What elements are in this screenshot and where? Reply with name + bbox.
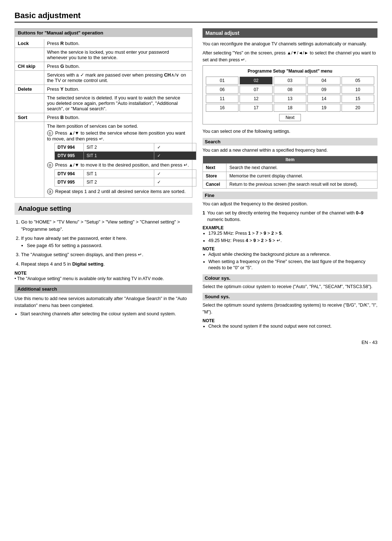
sound-sys-note: NOTE Check the sound system if the sound… — [203, 318, 377, 330]
cell-09: 09 — [307, 86, 340, 94]
lock-note-label — [15, 48, 44, 62]
search-store-label: Store — [203, 172, 226, 180]
programme-setup-title: Programme Setup "Manual adjust" menu — [206, 69, 374, 74]
delete-note: The selected service is deleted. If you … — [44, 94, 192, 113]
sort-note: The item position of services can be sor… — [44, 122, 192, 198]
cell-13: 13 — [274, 95, 306, 103]
colour-sys-body: Select the optimum colour system to rece… — [203, 283, 377, 290]
chskip-note: Services with a ✓ mark are passed over w… — [44, 71, 192, 85]
cell-03: 03 — [274, 77, 306, 85]
analogue-steps: Go to "HOME" > "TV Menu" > "Setup" > "Vi… — [15, 218, 192, 267]
search-next-label: Next — [203, 163, 226, 172]
sound-sys-note-bullets: Check the sound system if the sound outp… — [203, 323, 377, 330]
cell-20: 20 — [342, 104, 374, 112]
example-title: EXAMPLE — [203, 225, 377, 230]
page-title: Basic adjustment — [15, 11, 377, 22]
manual-adjust-intro: You can reconfigure the analogue TV chan… — [203, 41, 377, 48]
fine-note-bullet-1: Adjust while checking the background pic… — [208, 251, 377, 258]
additional-search-body: Use this menu to add new services automa… — [15, 295, 192, 309]
step-1: Go to "HOME" > "TV Menu" > "Setup" > "Vi… — [21, 218, 192, 233]
cell-16: 16 — [206, 104, 238, 112]
fine-example: EXAMPLE 179.25 MHz: Press 1 > 7 > 9 > 2 … — [203, 225, 377, 244]
search-store-value: Memorise the current display channel. — [226, 172, 377, 180]
search-next-value: Search the next channel. — [226, 163, 377, 172]
left-column: Buttons for "Manual adjust" operation Lo… — [15, 28, 192, 332]
cell-11: 11 — [206, 95, 238, 103]
cell-05: 05 — [342, 77, 374, 85]
chskip-label: CH skip — [15, 62, 44, 71]
fine-note: NOTE Adjust while checking the backgroun… — [203, 246, 377, 271]
sound-sys-header: Sound sys. — [203, 293, 377, 300]
additional-search-bullet-1: Start searching channels after selecting… — [20, 311, 192, 317]
lock-note: When the service is locked, you must ent… — [44, 48, 192, 62]
programme-next-button[interactable]: Next — [279, 114, 301, 121]
sound-sys-body: Select the optimum sound systems (broadc… — [203, 302, 377, 316]
buttons-manual-adjust-section: Buttons for "Manual adjust" operation Lo… — [15, 28, 192, 198]
analogue-note-body: • The "Analogue setting" menu is availab… — [15, 276, 192, 282]
analogue-note: NOTE • The "Analogue setting" menu is av… — [15, 270, 192, 282]
additional-search-bullets: Start searching channels after selecting… — [15, 311, 192, 317]
search-intro: You can add a new channel within a speci… — [203, 147, 377, 154]
buttons-section-header: Buttons for "Manual adjust" operation — [15, 29, 192, 37]
delete-label: Delete — [15, 85, 44, 94]
cell-08: 08 — [274, 86, 306, 94]
sort-table-2: DTV 994SIT 1✓ DTV 995SIT 2✓ — [54, 169, 197, 187]
cell-01: 01 — [206, 77, 238, 85]
step-4: Repeat steps 4 and 5 in Digital setting. — [21, 261, 192, 268]
sort-value: Press B button. — [44, 113, 192, 122]
example-bullet-2: 49.25 MHz: Press 4 > 9 > 2 > 5 > ↵. — [208, 238, 377, 244]
manual-adjust-instruction: After selecting "Yes" on the screen, pre… — [203, 50, 377, 63]
cell-04: 04 — [307, 77, 340, 85]
step-3: The "Analogue setting" screen displays, … — [21, 251, 192, 258]
cell-17: 17 — [240, 104, 272, 112]
cell-15: 15 — [342, 95, 374, 103]
search-cancel-label: Cancel — [203, 180, 226, 188]
programme-grid: 01 02 03 04 05 06 07 08 09 10 11 12 13 1… — [206, 77, 374, 112]
lock-value: Press R button. — [44, 39, 192, 48]
search-header: Search — [203, 138, 377, 146]
cell-12: 12 — [240, 95, 272, 103]
additional-search-header: Additional search — [15, 285, 192, 293]
cell-19: 19 — [307, 104, 340, 112]
step-2-note: See page 45 for setting a password. — [27, 242, 192, 249]
fine-header: Fine — [203, 192, 377, 199]
right-column: Manual adjust You can reconfigure the an… — [203, 28, 377, 332]
cell-10: 10 — [342, 86, 374, 94]
chskip-note-label — [15, 71, 44, 85]
search-table: Item Next Search the next channel. Store… — [203, 156, 377, 189]
can-select-text: You can select one of the following sett… — [203, 128, 377, 135]
programme-setup-box: Programme Setup "Manual adjust" menu 01 … — [203, 65, 377, 124]
sound-sys-note-bullet-1: Check the sound system if the sound outp… — [208, 323, 377, 330]
manual-adjust-header: Manual adjust — [203, 28, 377, 38]
lock-label: Lock — [15, 39, 44, 48]
cell-06: 06 — [206, 86, 238, 94]
cell-07: 07 — [240, 86, 272, 94]
step-2: If you have already set the password, en… — [21, 235, 192, 249]
cell-02: 02 — [240, 77, 272, 85]
delete-value: Press Y button. — [44, 85, 192, 94]
sound-sys-note-title: NOTE — [203, 318, 215, 323]
sort-note-label — [15, 122, 44, 198]
analogue-setting-header: Analogue setting — [15, 203, 192, 215]
analogue-note-title: NOTE — [15, 271, 26, 276]
fine-intro: You can adjust the frequency to the desi… — [203, 201, 377, 208]
cell-18: 18 — [274, 104, 306, 112]
search-table-header: Item — [203, 156, 377, 164]
fine-note-bullet-2: When setting a frequency on the "Fine" s… — [208, 259, 377, 271]
chskip-value: Press G button. — [44, 62, 192, 71]
example-bullets: 179.25 MHz: Press 1 > 7 > 9 > 2 > 5. 49.… — [203, 230, 377, 244]
sort-table-1: DTV 994SIT 2✓ DTV 995SIT 1✓ — [54, 143, 197, 160]
sort-label: Sort — [15, 113, 44, 122]
fine-note-title: NOTE — [203, 246, 215, 251]
delete-note-label — [15, 94, 44, 113]
fine-note-bullets: Adjust while checking the background pic… — [203, 251, 377, 271]
fine-step1: 1 You can set by directly entering the f… — [203, 210, 377, 224]
colour-sys-header: Colour sys. — [203, 274, 377, 282]
buttons-table: Lock Press R button. When the service is… — [15, 39, 192, 197]
example-bullet-1: 179.25 MHz: Press 1 > 7 > 9 > 2 > 5. — [208, 230, 377, 237]
search-cancel-value: Return to the previous screen (the searc… — [226, 180, 377, 188]
cell-14: 14 — [307, 95, 340, 103]
page-number: EN - 43 — [15, 340, 377, 345]
